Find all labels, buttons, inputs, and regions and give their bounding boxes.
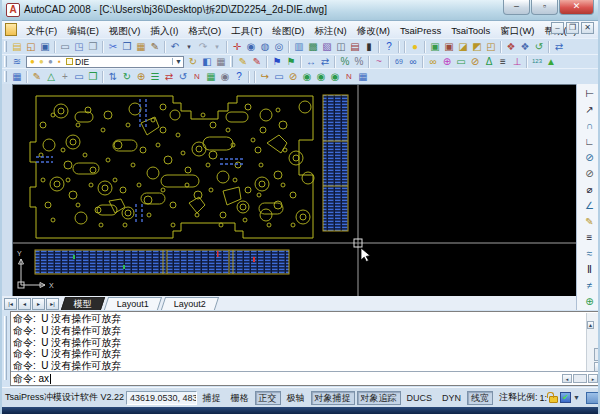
- refresh-icon[interactable]: ⇄: [552, 40, 566, 53]
- toggle-对象追踪[interactable]: 对象追踪: [357, 391, 401, 405]
- dim-baseline-icon[interactable]: ≡: [583, 230, 597, 246]
- lightbulb-icon[interactable]: ●: [408, 40, 422, 53]
- undo-icon[interactable]: ↶: [168, 40, 182, 53]
- toggle-极轴[interactable]: 极轴: [283, 391, 309, 405]
- quickcalc-icon[interactable]: ▮: [362, 40, 376, 53]
- scroll-up-icon[interactable]: ▲: [587, 321, 594, 329]
- layer-freeze-icon[interactable]: ◪: [456, 40, 470, 53]
- toggle-线宽[interactable]: 线宽: [467, 391, 493, 405]
- datum-icon[interactable]: ⊥: [510, 55, 524, 68]
- percent-move-icon[interactable]: %: [352, 55, 366, 68]
- minimize-button[interactable]: –: [503, 0, 530, 15]
- open-icon[interactable]: ◱: [24, 40, 38, 53]
- layer-walk-icon[interactable]: ❖: [504, 40, 518, 53]
- zoom-window-icon[interactable]: ◍: [258, 40, 272, 53]
- hscrollbar-thumb[interactable]: [573, 374, 587, 383]
- toolpalettes-icon[interactable]: ▧: [320, 40, 334, 53]
- scroll-left-icon[interactable]: ◂: [562, 374, 572, 383]
- pick-point-icon[interactable]: +: [58, 70, 72, 83]
- menu-item-1[interactable]: 编辑(E): [62, 25, 104, 36]
- coordinates-readout[interactable]: 43619.0530, 48379.2608, 0.0000: [126, 391, 196, 405]
- circle-a-icon[interactable]: ◉: [300, 70, 314, 83]
- qnew-icon[interactable]: ▤: [10, 40, 24, 53]
- publish-icon[interactable]: ❐: [86, 40, 100, 53]
- sheetset-icon[interactable]: ◫: [334, 40, 348, 53]
- toggle-捕捉[interactable]: 捕捉: [199, 391, 225, 405]
- drawing-canvas[interactable]: YX: [12, 84, 576, 296]
- mirror-oo-icon[interactable]: ∞: [406, 55, 420, 68]
- zero-diameter-icon[interactable]: ⊘: [286, 70, 300, 83]
- hook-arrow-icon[interactable]: ↪: [258, 70, 272, 83]
- dim-linear-icon[interactable]: ⊢: [583, 86, 597, 102]
- swap-ab-icon[interactable]: ⇄: [318, 55, 332, 68]
- tab-Layout1[interactable]: Layout1: [104, 297, 162, 310]
- layer-dropdown-arrow-icon[interactable]: ▼: [172, 58, 182, 65]
- transfer-icon[interactable]: ⇄: [162, 70, 176, 83]
- menu-item-9[interactable]: TsaiPress: [395, 25, 446, 36]
- markup-icon[interactable]: ▤: [348, 40, 362, 53]
- name-label-icon[interactable]: N: [342, 70, 356, 83]
- paste-icon[interactable]: ▦: [134, 40, 148, 53]
- toggle-正交[interactable]: 正交: [255, 391, 281, 405]
- rectangle-tool-icon[interactable]: ▭: [72, 70, 86, 83]
- toggle-DUCS[interactable]: DUCS: [403, 391, 437, 405]
- grid-table-icon[interactable]: ▦: [10, 70, 24, 83]
- redo-icon[interactable]: ↷: [196, 40, 210, 53]
- rotate-69-icon[interactable]: 69: [392, 55, 406, 68]
- toolbar-grip[interactable]: [4, 56, 7, 67]
- toggle-栅格[interactable]: 栅格: [227, 391, 253, 405]
- redline-pencil-icon[interactable]: ✎: [250, 55, 264, 68]
- sort-icon[interactable]: ⇅: [106, 70, 120, 83]
- layer-match-icon[interactable]: ❖: [518, 40, 532, 53]
- tab-nav-1[interactable]: ◂: [18, 298, 31, 310]
- properties-icon[interactable]: ▥: [292, 40, 306, 53]
- toolbar-grip[interactable]: [230, 56, 233, 67]
- new-label-icon[interactable]: N: [190, 70, 204, 83]
- viewport-rect-icon[interactable]: ▭: [454, 55, 468, 68]
- circle-b-icon[interactable]: ◉: [314, 70, 328, 83]
- menu-item-2[interactable]: 视图(V): [104, 25, 146, 36]
- layer-states-icon[interactable]: ▦: [214, 55, 228, 68]
- tab-模型[interactable]: 模型: [61, 297, 105, 310]
- xy-grid-icon[interactable]: ▦: [356, 70, 370, 83]
- dim-ordinate-icon[interactable]: ∟: [583, 134, 597, 150]
- dim-arclength-icon[interactable]: ∩: [583, 118, 597, 134]
- dim-angular-icon[interactable]: ∠: [583, 198, 597, 214]
- tab-nav-2[interactable]: ▸: [32, 298, 45, 310]
- leader-arrow-icon[interactable]: ~: [372, 55, 386, 68]
- edit-pencil-icon[interactable]: ✎: [236, 55, 250, 68]
- scrollbar-thumb[interactable]: [594, 348, 600, 361]
- monitor-icon[interactable]: ▭: [272, 70, 286, 83]
- users-icon[interactable]: ◉: [218, 70, 232, 83]
- dim-space-icon[interactable]: Ⅱ: [583, 262, 597, 278]
- toggle-对象捕捉[interactable]: 对象捕捉: [311, 391, 355, 405]
- layer-undo-icon[interactable]: ↺: [532, 40, 546, 53]
- menu-item-3[interactable]: 插入(I): [145, 25, 183, 36]
- menu-item-6[interactable]: 绘图(D): [267, 25, 309, 36]
- flask-icon[interactable]: Δ: [482, 55, 496, 68]
- toggle-DYN[interactable]: DYN: [438, 391, 465, 405]
- close-button[interactable]: ✕: [559, 0, 594, 15]
- menu-item-0[interactable]: 文件(F): [21, 25, 62, 36]
- plot-preview-icon[interactable]: ◳: [72, 40, 86, 53]
- sketch-pencil-icon[interactable]: ✎: [30, 70, 44, 83]
- annotation-dropdown-icon[interactable]: ▼: [573, 394, 580, 401]
- flag-green-icon[interactable]: ⚑: [284, 55, 298, 68]
- tab-nav-0[interactable]: |◂: [4, 298, 17, 310]
- regen-icon[interactable]: ↻: [120, 70, 134, 83]
- help-icon[interactable]: ?: [382, 40, 396, 53]
- circle-c-icon[interactable]: ◉: [328, 70, 342, 83]
- menu-item-10[interactable]: TsaiTools: [446, 25, 495, 36]
- menu-item-5[interactable]: 工具(T): [226, 25, 267, 36]
- command-input-line[interactable]: 命令: ax ◂ ▸: [11, 371, 600, 385]
- tab-Layout2[interactable]: Layout2: [161, 297, 219, 310]
- purge-icon[interactable]: ⊘: [468, 55, 482, 68]
- save-icon[interactable]: ▣: [38, 40, 52, 53]
- dim-break-icon[interactable]: ≠: [583, 278, 597, 294]
- dim-aligned-icon[interactable]: ↗: [583, 102, 597, 118]
- menu-item-7[interactable]: 标注(N): [310, 25, 352, 36]
- annotation-visibility-icon[interactable]: ✔: [560, 392, 571, 403]
- lock-icon[interactable]: [549, 396, 558, 403]
- designcenter-icon[interactable]: ▩: [306, 40, 320, 53]
- command-scrollbar[interactable]: ▲ ▼: [586, 313, 599, 372]
